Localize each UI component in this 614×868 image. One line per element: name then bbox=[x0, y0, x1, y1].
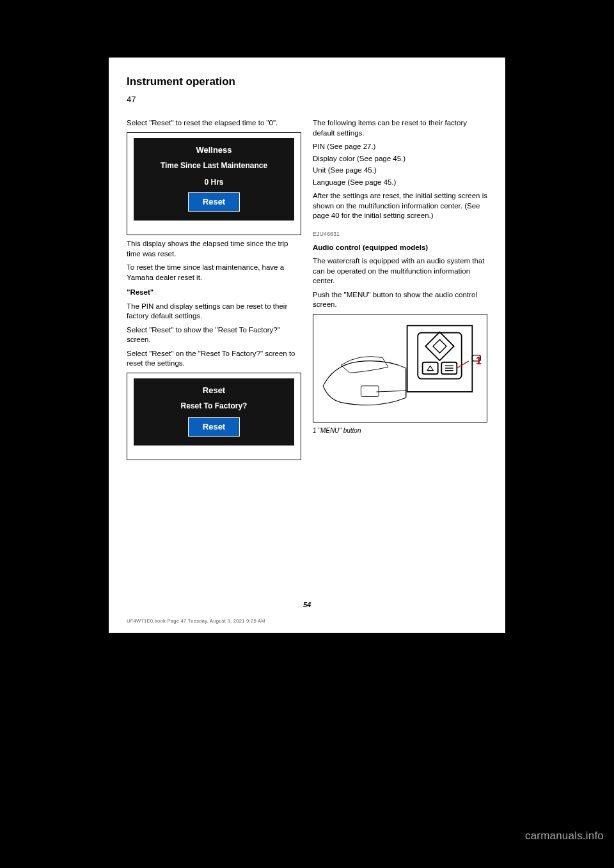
body-text: The following items can be reset to thei… bbox=[313, 118, 487, 138]
figure-caption: 1 "MENU" button bbox=[313, 426, 487, 435]
body-text: The PIN and display settings can be rese… bbox=[127, 302, 301, 322]
section-header: Instrument operation bbox=[127, 75, 487, 88]
body-text: The watercraft is equipped with an audio… bbox=[313, 256, 487, 286]
factory-reset-button[interactable]: Reset bbox=[188, 417, 240, 437]
lcd-subtitle: Time Since Last Maintenance bbox=[139, 160, 289, 171]
body-text: After the settings are reset, the initia… bbox=[313, 191, 487, 221]
callout-number-1: 1 bbox=[476, 354, 482, 368]
svg-line-13 bbox=[377, 391, 407, 392]
reset-screen-figure: Reset Reset To Factory? Reset bbox=[127, 373, 301, 460]
body-text: Select "Reset" to reset the elapsed time… bbox=[127, 118, 301, 128]
body-text: Push the "MENU" button to show the audio… bbox=[313, 290, 487, 310]
svg-rect-14 bbox=[361, 386, 379, 397]
body-text: To reset the time since last maintenance… bbox=[127, 263, 301, 283]
lcd-title: Reset bbox=[139, 385, 289, 396]
reset-items-list: PIN (See page 27.) Display color (See pa… bbox=[313, 142, 487, 187]
watercraft-illustration bbox=[317, 318, 483, 418]
lcd-title: Wellness bbox=[139, 144, 289, 156]
ref-code: EJU46631 bbox=[313, 230, 487, 238]
body-text: This display shows the elapsed time sinc… bbox=[127, 239, 301, 259]
footer-page-number: 54 bbox=[303, 601, 311, 608]
manual-page: Instrument operation 47 Select "Reset" t… bbox=[109, 58, 505, 633]
reset-section-title: "Reset" bbox=[127, 288, 301, 298]
watermark-text: carmanuals.info bbox=[525, 830, 604, 842]
wellness-screen-figure: Wellness Time Since Last Maintenance 0 H… bbox=[127, 132, 301, 235]
left-column: Select "Reset" to reset the elapsed time… bbox=[127, 118, 301, 464]
list-item: Unit (See page 45.) bbox=[313, 166, 487, 176]
print-metadata-line: UF4W71E0.book Page 47 Tuesday, August 3,… bbox=[127, 618, 265, 624]
body-text: Select "Reset" to show the "Reset To Fac… bbox=[127, 325, 301, 345]
audio-section-title: Audio control (equipped models) bbox=[313, 243, 487, 253]
lcd-value: 0 Hrs bbox=[139, 177, 289, 187]
menu-button-diagram: 1 bbox=[313, 314, 487, 422]
right-column: The following items can be reset to thei… bbox=[313, 118, 487, 464]
lcd-subtitle: Reset To Factory? bbox=[139, 401, 289, 411]
two-column-body: Select "Reset" to reset the elapsed time… bbox=[127, 118, 487, 464]
reset-lcd: Reset Reset To Factory? Reset bbox=[134, 378, 294, 446]
wellness-reset-button[interactable]: Reset bbox=[188, 192, 240, 212]
list-item: Language (See page 45.) bbox=[313, 178, 487, 188]
list-item: Display color (See page 45.) bbox=[313, 154, 487, 164]
body-text: Select "Reset" on the "Reset To Factory?… bbox=[127, 349, 301, 369]
page-number-top: 47 bbox=[127, 95, 487, 104]
wellness-lcd: Wellness Time Since Last Maintenance 0 H… bbox=[134, 138, 294, 221]
svg-rect-1 bbox=[407, 325, 473, 392]
list-item: PIN (See page 27.) bbox=[313, 142, 487, 152]
